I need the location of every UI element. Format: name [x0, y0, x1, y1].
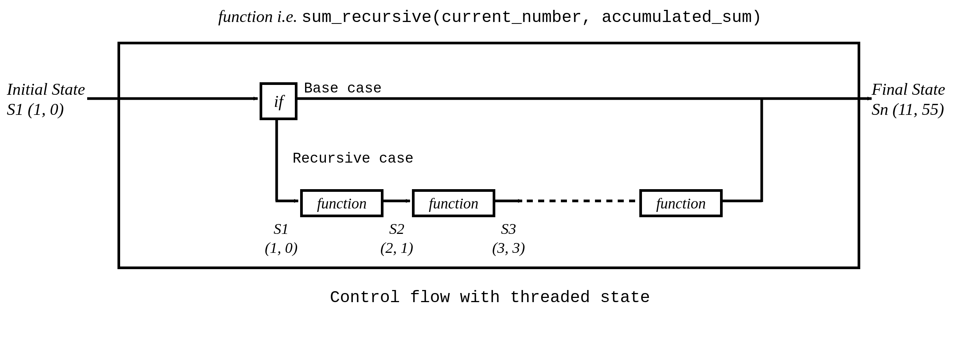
final-line1: Final State [872, 80, 945, 99]
state-s1-val: (1, 0) [265, 239, 298, 256]
state-s3-val: (3, 3) [492, 239, 525, 256]
function-box-1: function [300, 189, 383, 217]
if-condition-box: if [259, 82, 298, 120]
diagram-title: function i.e. sum_recursive(current_numb… [0, 7, 980, 27]
state-s3-name: S3 [501, 220, 516, 237]
recursive-case-label: Recursive case [293, 151, 414, 167]
title-code: sum_recursive(current_number, accumulate… [302, 8, 762, 27]
initial-line1: Initial State [7, 80, 85, 99]
state-s2-name: S2 [389, 220, 404, 237]
final-line2: Sn (11, 55) [872, 100, 944, 119]
state-s1-name: S1 [274, 220, 289, 237]
diagram-caption: Control flow with threaded state [0, 288, 980, 307]
function-label-n: function [656, 194, 706, 212]
state-s1: S1 (1, 0) [258, 219, 304, 258]
if-label: if [274, 92, 283, 111]
function-label-1: function [317, 194, 366, 212]
function-box-2: function [412, 189, 495, 217]
base-case-label: Base case [304, 80, 382, 97]
function-label-2: function [429, 194, 478, 212]
initial-line2: S1 (1, 0) [7, 100, 64, 119]
state-s3: S3 (3, 3) [482, 219, 535, 258]
final-state-label: Final State Sn (11, 55) [872, 79, 978, 120]
function-box-n: function [639, 189, 723, 217]
initial-state-label: Initial State S1 (1, 0) [0, 79, 121, 120]
title-lead: function i.e. [218, 7, 298, 26]
function-outer-box: if Base case Recursive case function fun… [118, 42, 860, 269]
state-s2: S2 (2, 1) [370, 219, 423, 258]
state-s2-val: (2, 1) [380, 239, 414, 256]
